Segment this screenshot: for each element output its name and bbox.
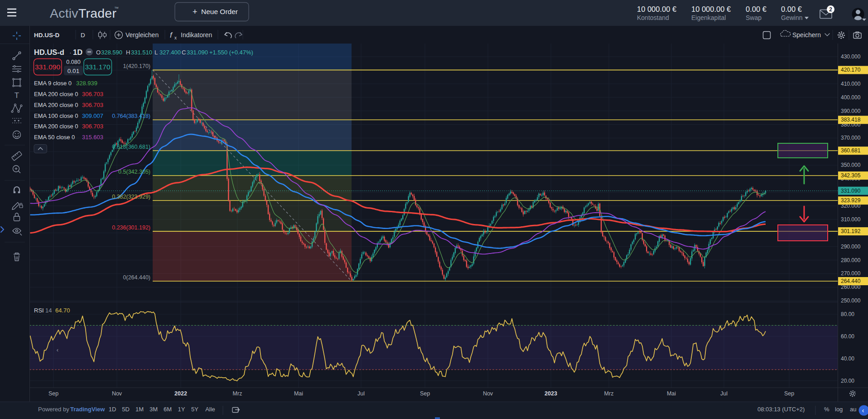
svg-text:x: x — [174, 35, 177, 40]
svg-text:H: H — [126, 49, 130, 56]
svg-text:6M: 6M — [164, 406, 172, 413]
svg-text:315.603: 315.603 — [82, 134, 103, 141]
svg-text:323.929: 323.929 — [841, 197, 861, 204]
svg-text:331.170: 331.170 — [85, 63, 110, 71]
svg-text:Trader: Trader — [78, 6, 116, 20]
svg-text:Nov: Nov — [112, 390, 122, 397]
svg-text:270.000: 270.000 — [841, 270, 861, 277]
svg-text:Sep: Sep — [420, 390, 430, 397]
svg-text:0.618(360.681): 0.618(360.681) — [112, 144, 150, 150]
svg-text:EMA 9 close 0: EMA 9 close 0 — [34, 80, 72, 87]
svg-text:342.305: 342.305 — [841, 172, 861, 179]
svg-text:280.000: 280.000 — [841, 257, 861, 263]
svg-text:TradingView: TradingView — [70, 406, 105, 413]
svg-text:10 000.00 €: 10 000.00 € — [637, 5, 676, 13]
svg-text:2022: 2022 — [174, 390, 187, 397]
svg-text:O: O — [96, 49, 101, 56]
svg-text:1D: 1D — [109, 406, 116, 413]
svg-text:Kontostand: Kontostand — [637, 14, 669, 21]
svg-text:T: T — [14, 91, 19, 100]
svg-text:Swap: Swap — [746, 14, 762, 21]
svg-text:‹: ‹ — [57, 346, 58, 353]
svg-text:264.440: 264.440 — [841, 278, 861, 284]
svg-text:Indikatoren: Indikatoren — [181, 31, 212, 39]
svg-text:1Y: 1Y — [178, 406, 185, 413]
svg-text:40.00: 40.00 — [841, 356, 854, 362]
svg-text:2023: 2023 — [545, 390, 557, 397]
svg-text:‹: ‹ — [862, 406, 864, 414]
svg-text:1(420.170): 1(420.170) — [123, 63, 150, 69]
svg-text:0.00 €: 0.00 € — [781, 5, 802, 13]
svg-text:Sep: Sep — [48, 390, 58, 397]
svg-text:%: % — [824, 406, 829, 413]
svg-text:430.000: 430.000 — [841, 54, 861, 60]
svg-text:EMA 50 close 0: EMA 50 close 0 — [34, 134, 75, 141]
svg-text:80.00: 80.00 — [841, 311, 854, 317]
svg-text:1D: 1D — [73, 48, 82, 56]
svg-text:Eigenkapital: Eigenkapital — [691, 14, 726, 21]
svg-text:306.703: 306.703 — [82, 102, 103, 108]
svg-text:+: + — [193, 7, 198, 16]
svg-text:0.382(323.929): 0.382(323.929) — [112, 194, 150, 200]
svg-text:2: 2 — [829, 6, 832, 13]
svg-text:EMA 200 close 0: EMA 200 close 0 — [34, 123, 78, 130]
svg-text:0(264.440): 0(264.440) — [123, 274, 150, 281]
svg-text:310.000: 310.000 — [841, 216, 861, 223]
svg-text:390.000: 390.000 — [841, 108, 861, 114]
svg-text:331.090: 331.090 — [35, 63, 60, 71]
svg-text:08:03:13 (UTC+2): 08:03:13 (UTC+2) — [757, 406, 805, 413]
svg-text:Alle: Alle — [205, 406, 215, 413]
svg-text:410.000: 410.000 — [841, 81, 861, 87]
svg-text:D: D — [81, 32, 85, 39]
svg-text:EMA 200 close 0: EMA 200 close 0 — [34, 91, 78, 97]
svg-text:L: L — [154, 49, 158, 56]
svg-text:360.681: 360.681 — [841, 147, 861, 154]
svg-text:0.764(383.418): 0.764(383.418) — [112, 113, 150, 119]
svg-text:EMA 200 close 0: EMA 200 close 0 — [34, 102, 78, 108]
svg-text:·: · — [69, 49, 72, 56]
svg-text:309.007: 309.007 — [82, 112, 103, 119]
svg-text:328.590: 328.590 — [101, 49, 122, 56]
svg-text:14: 14 — [45, 307, 52, 314]
svg-text:350.000: 350.000 — [841, 162, 861, 168]
svg-text:log: log — [835, 406, 843, 413]
svg-text:RSI: RSI — [34, 307, 44, 314]
svg-text:Speichern: Speichern — [792, 31, 821, 39]
svg-text:Activ: Activ — [50, 6, 78, 20]
svg-text:Jul: Jul — [720, 390, 728, 397]
svg-text:0.5(342.305): 0.5(342.305) — [118, 169, 150, 175]
svg-text:331.510: 331.510 — [131, 49, 152, 56]
svg-text:1M: 1M — [135, 406, 144, 413]
svg-text:370.000: 370.000 — [841, 135, 861, 141]
svg-text:328.939: 328.939 — [76, 80, 97, 87]
svg-text:10 000.00 €: 10 000.00 € — [691, 5, 731, 13]
svg-text:0.236(301.192): 0.236(301.192) — [112, 224, 150, 231]
svg-text:301.192: 301.192 — [841, 228, 861, 234]
svg-text:0.080: 0.080 — [66, 59, 80, 65]
svg-text:™: ™ — [114, 6, 119, 11]
svg-text:5D: 5D — [122, 406, 130, 413]
svg-text:Nov: Nov — [483, 390, 493, 397]
svg-text:Vergleichen: Vergleichen — [125, 31, 159, 39]
svg-text:306.703: 306.703 — [82, 91, 103, 97]
svg-text:Jul: Jul — [357, 390, 365, 397]
svg-text:Sep: Sep — [784, 390, 794, 397]
svg-text:Mrz: Mrz — [233, 390, 242, 397]
svg-text:+1.550 (+0.47%): +1.550 (+0.47%) — [209, 49, 253, 56]
svg-text:Powered by: Powered by — [38, 406, 69, 413]
svg-text:Mai: Mai — [294, 390, 303, 397]
svg-text:C: C — [182, 49, 186, 56]
svg-text:60.00: 60.00 — [841, 333, 854, 340]
svg-text:Neue Order: Neue Order — [201, 8, 238, 15]
svg-text:0.00 €: 0.00 € — [746, 5, 767, 13]
svg-text:20.00: 20.00 — [841, 378, 854, 384]
svg-text:Gewinn: Gewinn — [781, 14, 802, 21]
svg-text:290.000: 290.000 — [841, 244, 861, 250]
svg-text:306.703: 306.703 — [82, 123, 103, 130]
svg-text:Mai: Mai — [667, 390, 676, 397]
svg-text:3M: 3M — [149, 406, 158, 413]
svg-text:327.400: 327.400 — [159, 49, 181, 56]
svg-text:HD.US-d: HD.US-d — [34, 48, 64, 56]
svg-text:5Y: 5Y — [191, 406, 198, 413]
svg-text:Mrz: Mrz — [604, 390, 614, 397]
